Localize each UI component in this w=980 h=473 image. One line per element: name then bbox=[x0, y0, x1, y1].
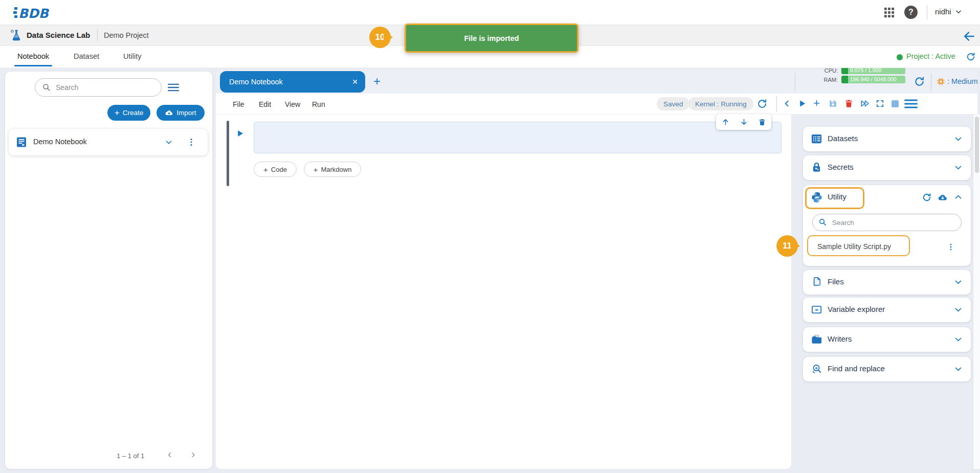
add-tab-icon[interactable]: + bbox=[373, 74, 381, 88]
tab-dataset[interactable]: Dataset bbox=[74, 52, 99, 60]
back-arrow-icon[interactable] bbox=[963, 30, 976, 43]
notebook-search-input[interactable] bbox=[35, 78, 162, 97]
move-cell-down-icon[interactable] bbox=[740, 118, 748, 126]
writers-icon bbox=[811, 333, 822, 345]
instance-size-label: : Medium bbox=[947, 77, 978, 85]
chevron-down-icon[interactable] bbox=[954, 163, 963, 172]
notebook-file-icon bbox=[15, 136, 28, 148]
utility-download-icon[interactable] bbox=[937, 192, 948, 202]
code-cell-editor[interactable] bbox=[254, 122, 782, 153]
kernel-refresh-icon[interactable] bbox=[756, 98, 768, 109]
svg-text:a: a bbox=[815, 366, 818, 370]
utility-script-row[interactable]: Sample Utility Script.py bbox=[803, 236, 971, 258]
notebook-menu-icon[interactable] bbox=[904, 99, 918, 108]
fullscreen-icon[interactable] bbox=[876, 99, 884, 108]
run-cell-icon[interactable] bbox=[798, 99, 807, 108]
cell-toolbar bbox=[716, 114, 771, 130]
python-utility-icon bbox=[811, 191, 823, 204]
chevron-down-icon[interactable] bbox=[954, 134, 963, 143]
run-all-cells-icon[interactable] bbox=[859, 99, 871, 108]
help-icon[interactable]: ? bbox=[904, 6, 918, 19]
notebook-item-label: Demo Notebook bbox=[33, 138, 87, 146]
add-cell-icon[interactable]: + bbox=[813, 98, 820, 108]
utility-refresh-icon[interactable] bbox=[922, 192, 932, 202]
notebook-expand-chevron-icon[interactable] bbox=[165, 138, 173, 146]
panel-files[interactable]: Files bbox=[803, 270, 971, 295]
toast-notification: File is imported bbox=[405, 24, 578, 53]
callout-step-11: 11 bbox=[776, 235, 798, 257]
panel-secrets[interactable]: Secrets bbox=[803, 155, 971, 180]
menu-view[interactable]: View bbox=[285, 100, 300, 108]
ram-usage-pill: 196.940 / 5048.000 bbox=[841, 76, 905, 83]
chevron-down-icon[interactable] bbox=[954, 278, 963, 286]
selected-cell-indicator bbox=[227, 121, 229, 186]
chevron-down-icon[interactable] bbox=[954, 305, 963, 314]
search-icon bbox=[818, 218, 827, 227]
prev-cell-icon[interactable] bbox=[783, 99, 791, 108]
plus-icon: + bbox=[115, 108, 120, 117]
project-refresh-icon[interactable] bbox=[966, 52, 976, 62]
add-markdown-cell-button[interactable]: + Markdown bbox=[304, 162, 361, 177]
pagination-next-icon[interactable]: › bbox=[191, 448, 195, 461]
stop-kernel-icon[interactable] bbox=[892, 100, 899, 107]
panel-find-and-replace[interactable]: a Find and replace bbox=[803, 357, 971, 381]
list-options-icon[interactable] bbox=[168, 83, 179, 92]
notebook-kebab-icon[interactable] bbox=[186, 137, 196, 148]
resources-refresh-icon[interactable] bbox=[914, 76, 925, 87]
bdb-logo[interactable]: BDB bbox=[13, 4, 49, 21]
run-this-cell-icon[interactable] bbox=[235, 129, 244, 138]
svg-text:∞: ∞ bbox=[815, 307, 819, 312]
toast-message: File is imported bbox=[464, 34, 519, 42]
tab-notebook[interactable]: Notebook bbox=[17, 52, 49, 60]
saved-badge: Saved bbox=[657, 97, 689, 110]
notebook-list-item[interactable]: Demo Notebook bbox=[9, 129, 208, 155]
secrets-icon bbox=[811, 162, 822, 173]
flask-icon bbox=[9, 28, 24, 42]
instance-divider bbox=[931, 73, 931, 91]
add-code-cell-button[interactable]: + Code bbox=[254, 162, 297, 177]
panel-variable-explorer[interactable]: ∞ Variable explorer bbox=[803, 298, 971, 322]
search-icon bbox=[42, 83, 51, 92]
import-button[interactable]: Import bbox=[157, 105, 205, 121]
chevron-down-icon[interactable] bbox=[954, 365, 963, 373]
cpu-label: CPU: bbox=[820, 67, 838, 74]
delete-cell-icon[interactable] bbox=[758, 118, 766, 126]
tab-utility[interactable]: Utility bbox=[123, 52, 141, 60]
datasets-icon bbox=[811, 133, 822, 145]
plus-icon: + bbox=[314, 165, 318, 174]
title-divider bbox=[97, 29, 98, 41]
menu-edit[interactable]: Edit bbox=[259, 100, 271, 108]
top-header-bar: BDB ? nidhi bbox=[0, 0, 980, 25]
utility-search-input[interactable] bbox=[812, 214, 962, 231]
apps-grid-icon[interactable] bbox=[883, 7, 895, 18]
files-icon bbox=[811, 276, 822, 288]
delete-notebook-icon[interactable] bbox=[844, 99, 854, 108]
user-menu[interactable]: nidhi bbox=[935, 7, 962, 16]
panel-datasets[interactable]: Datasets bbox=[803, 127, 971, 151]
pagination-prev-icon[interactable]: ‹ bbox=[168, 448, 171, 461]
right-scrollbar[interactable] bbox=[973, 115, 980, 469]
header-divider bbox=[927, 5, 927, 19]
kernel-status-badge: Kernel : Running bbox=[688, 97, 753, 110]
utility-collapse-chevron-icon[interactable] bbox=[954, 193, 963, 201]
toolbar-divider bbox=[776, 96, 777, 112]
user-name: nidhi bbox=[935, 7, 951, 16]
menu-file[interactable]: File bbox=[233, 100, 244, 108]
create-button[interactable]: + Create bbox=[107, 105, 150, 121]
menu-run[interactable]: Run bbox=[312, 100, 325, 108]
panel-writers[interactable]: Writers bbox=[803, 327, 971, 352]
find-replace-icon: a bbox=[811, 363, 822, 375]
pagination-label: 1 – 1 of 1 bbox=[117, 452, 144, 460]
notebook-canvas bbox=[216, 115, 791, 469]
variable-explorer-icon: ∞ bbox=[811, 304, 822, 316]
callout-step-10: 10 bbox=[369, 27, 391, 48]
plus-icon: + bbox=[263, 165, 268, 174]
save-notebook-icon[interactable] bbox=[828, 99, 838, 108]
close-tab-icon[interactable]: ✕ bbox=[352, 78, 358, 86]
scrollbar-thumb[interactable] bbox=[975, 117, 979, 173]
chevron-down-icon[interactable] bbox=[954, 335, 963, 344]
notebook-tab[interactable]: Demo Notebook ✕ bbox=[220, 71, 365, 93]
panel-utility: Utility Sample Utility Script.py bbox=[803, 185, 971, 266]
move-cell-up-icon[interactable] bbox=[721, 118, 730, 126]
utility-script-kebab-icon[interactable] bbox=[946, 241, 955, 253]
